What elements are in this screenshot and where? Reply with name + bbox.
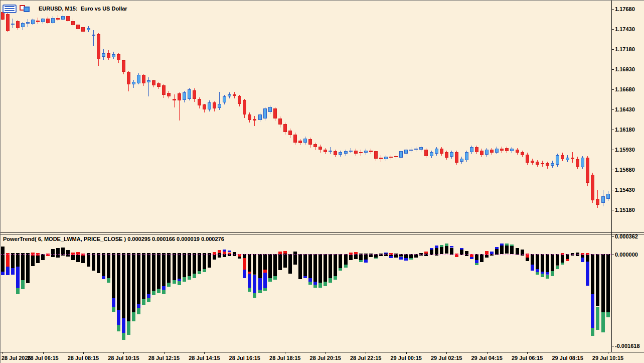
indicator-bar-segment [339,254,342,268]
candle-body [142,75,145,83]
indicator-bar-segment [480,254,484,262]
candle-body [424,150,428,156]
price-axis[interactable] [612,1,644,232]
candle-body [183,92,186,99]
indicator-axis-label: 0.000362 [615,233,638,239]
candle-body [591,175,594,200]
indicator-bar-segment [162,286,166,290]
indicator-bar-segment [313,254,317,282]
indicator-bar-segment [137,304,140,308]
candle-body [460,159,463,162]
indicator-bar-segment [243,258,246,270]
indicator-bar-segment [283,254,287,268]
candle-body [51,18,55,23]
time-tick [406,352,407,354]
candle-body [92,35,95,36]
indicator-bar-segment [586,255,589,262]
time-tick [204,352,205,354]
price-axis-label: 1.16430 [615,106,635,112]
candle-body [419,147,423,150]
indicator-bar-segment [51,249,55,257]
candle-body [198,99,201,105]
indicator-bar-segment [263,273,267,288]
indicator-bar-segment [450,248,453,255]
indicator-bar-segment [132,312,135,321]
candle-body [167,93,171,96]
candle-body [334,151,337,155]
candle-wick [93,30,94,47]
time-tick [164,352,165,354]
candle-body [36,21,40,22]
candle-body [178,93,181,100]
panel-separator-top[interactable] [1,232,644,233]
time-axis-label: 28 Jul 14:15 [189,355,220,361]
indicator-bar-segment [97,253,100,273]
indicator-bar-segment [157,253,160,289]
indicator-bar-segment [127,321,130,335]
indicator-bar-segment [591,294,594,328]
time-axis-label: 29 Jul 06:15 [512,355,543,361]
indicator-bar-segment [11,253,15,268]
indicator-bar-segment [122,253,125,318]
indicator-bar-segment [495,249,499,255]
indicator-panel[interactable] [1,234,611,352]
time-axis-label: 28 Jul 08:15 [68,355,99,361]
candle-body [263,108,267,118]
indicator-bar-segment [132,253,135,312]
price-tick [611,69,614,70]
indicator-bar-segment [26,253,30,283]
candle-body [188,89,191,99]
main-chart-panel[interactable] [1,1,611,232]
candle-body [228,94,231,97]
candle-body [536,162,539,165]
indicator-bar-segment [31,256,35,266]
indicator-bar-segment [581,258,584,262]
indicator-bar-segment [399,257,403,260]
candle-body [571,158,574,159]
candle-body [31,20,35,25]
indicator-bar-segment [6,267,10,275]
chart-header: EURUSD, M15: Euro vs US Dollar [3,5,127,13]
indicator-bar-segment [394,254,398,258]
indicator-bar-segment [16,267,20,288]
indicator-bar-segment [303,276,307,279]
candle-body [556,155,559,165]
price-axis-label: 1.17680 [615,6,635,12]
indicator-bar-segment [203,269,206,272]
indicator-bar-segment [500,246,504,254]
candle-body [61,16,65,19]
indicator-bar-segment [208,253,211,268]
indicator-bar-segment [293,252,297,265]
candle-body [132,82,135,85]
candle-body [273,108,277,118]
candle-body [430,152,433,156]
candle-body [293,135,297,143]
time-tick [608,352,608,354]
indicator-bar-segment [551,271,554,276]
time-tick [568,352,568,354]
indicator-bar-segment [87,253,90,267]
candle-body [268,107,272,112]
time-tick [527,352,528,354]
indicator-tick [611,346,614,346]
indicator-bar-segment [470,257,473,259]
price-axis-label: 1.15430 [615,187,635,193]
time-axis-label: 29 Jul 10:15 [592,355,623,361]
candle-body [329,151,332,152]
candle-body [213,102,216,109]
indicator-bar-segment [188,276,191,280]
candle-body [1,12,5,19]
candle-body [516,150,519,153]
candle-body [480,151,484,156]
indicator-bar-segment [526,254,529,258]
candle-body [500,149,504,150]
candle-body [586,158,589,183]
candle-body [510,149,514,151]
candle-body [349,151,353,152]
candle-body [152,80,155,85]
price-tick [611,130,614,130]
time-tick [3,352,3,354]
candle-wick [174,94,175,107]
candle-body [344,151,348,154]
indicator-bar-segment [404,258,408,261]
